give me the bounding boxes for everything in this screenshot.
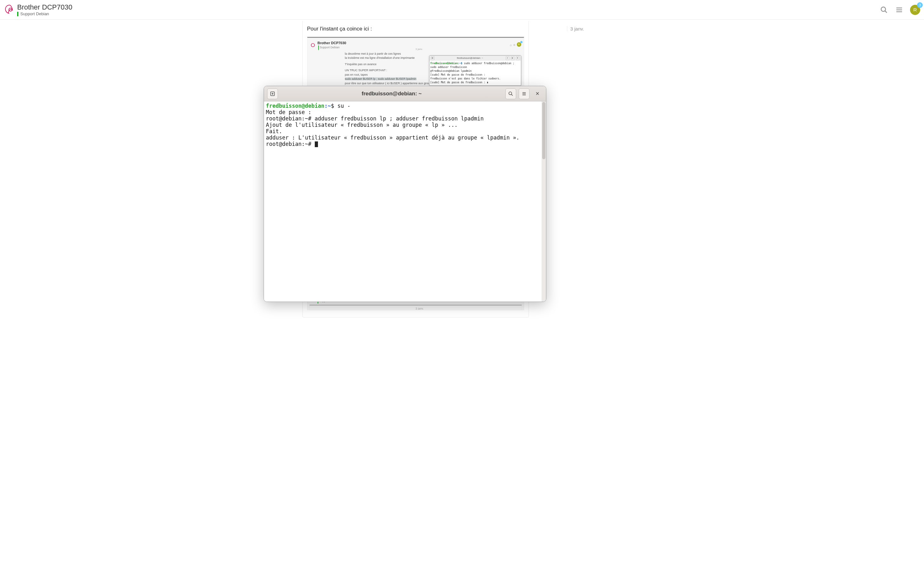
category-name: Support Debian [20, 12, 49, 16]
category-badge[interactable]: Support Debian [17, 12, 72, 16]
debian-logo[interactable] [4, 4, 15, 16]
svg-line-17 [511, 94, 513, 96]
search-icon [508, 91, 514, 97]
svg-point-16 [509, 92, 512, 95]
svg-point-1 [881, 7, 886, 12]
inner-terminal: ⊞ fredbuisson@debian: ~ ⌕≡× fredbuisson@… [429, 55, 521, 86]
topic-title[interactable]: Brother DCP7030 [17, 3, 72, 12]
hamburger-icon[interactable] [895, 5, 904, 14]
plus-box-icon [270, 91, 275, 97]
timeline[interactable]: 3 janv. [567, 26, 637, 31]
title-block: Brother DCP7030 Support Debian [17, 3, 72, 16]
new-tab-button[interactable] [267, 88, 278, 99]
hamburger-icon [521, 91, 527, 97]
avatar-letter: R [914, 7, 917, 12]
scrollbar-thumb[interactable] [542, 102, 545, 159]
terminal-close-button[interactable]: × [532, 88, 543, 99]
svg-line-2 [885, 11, 887, 13]
terminal-titlebar[interactable]: fredbuisson@debian: ~ × [264, 86, 546, 101]
terminal-window: fredbuisson@debian: ~ × fredbuisson@debi… [264, 86, 546, 302]
header-actions: R 3 [880, 5, 920, 15]
svg-point-6 [311, 43, 314, 47]
user-avatar[interactable]: R 3 [910, 5, 920, 15]
terminal-body[interactable]: fredbuisson@debian:~$ su - Mot de passe … [264, 101, 546, 302]
terminal-menu-button[interactable] [519, 88, 529, 99]
notification-badge: 3 [917, 2, 923, 8]
category-color [17, 12, 18, 16]
terminal-search-button[interactable] [505, 88, 516, 99]
search-icon[interactable] [880, 5, 888, 14]
terminal-title: fredbuisson@debian: ~ [281, 91, 503, 97]
terminal-cursor [315, 142, 318, 147]
close-icon: × [536, 90, 539, 97]
timeline-date: 3 janv. [571, 26, 637, 31]
header: Brother DCP7030 Support Debian R 3 [0, 0, 924, 20]
post-line: Pour l'instant ça coince ici : [307, 25, 524, 33]
